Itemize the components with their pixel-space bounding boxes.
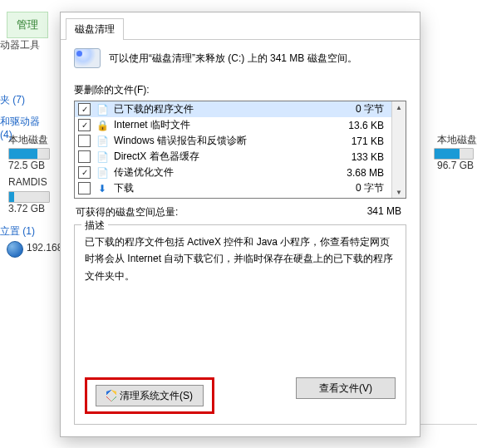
file-row-name: 传递优化文件 (114, 165, 321, 180)
file-list-row[interactable]: 📄已下载的程序文件0 字节 (75, 101, 392, 117)
drive-ramdisk[interactable]: RAMDIS (8, 176, 47, 188)
drive-local-c-size: 72.5 GB (8, 160, 45, 171)
drive-ramdisk-bar (8, 191, 50, 203)
highlight-clean-system-files: 清理系统文件(S) (85, 377, 214, 414)
file-row-size: 133 KB (326, 151, 389, 163)
ribbon-subtab-driver-tools[interactable]: 动器工具 (0, 38, 40, 52)
scroll-down-icon[interactable]: ▼ (393, 186, 405, 198)
tab-disk-cleanup[interactable]: 磁盘清理 (66, 18, 124, 40)
scroll-up-icon[interactable]: ▲ (393, 101, 405, 113)
file-row-icon: 📄 (96, 103, 109, 116)
description-group: 描述 已下载的程序文件包括 ActiveX 控件和 Java 小程序，你查看特定… (74, 224, 406, 425)
file-row-icon: 📄 (96, 150, 109, 164)
summary-row: 可以使用“磁盘清理”来释放 (C:) 上的 341 MB 磁盘空间。 (74, 48, 406, 68)
file-row-size: 3.68 MB (326, 167, 389, 179)
file-row-checkbox[interactable] (78, 182, 91, 194)
view-files-label: 查看文件(V) (319, 382, 372, 396)
disk-icon (74, 48, 101, 68)
file-row-name: Windows 错误报告和反馈诊断 (114, 134, 321, 148)
description-buttons: 清理系统文件(S) 查看文件(V) (85, 377, 396, 414)
file-row-checkbox[interactable] (78, 135, 91, 147)
file-list-row[interactable]: 📄Windows 错误报告和反馈诊断171 KB (75, 133, 392, 149)
file-list-row[interactable]: ⬇下载0 字节 (75, 180, 392, 196)
drive-right-local[interactable]: 本地磁盘 (437, 133, 477, 147)
uac-shield-icon (106, 390, 116, 401)
explorer-left-column: 管理 动器工具 夹 (7) 和驱动器 (4) 本地磁盘 72.5 GB RAMD… (0, 0, 50, 448)
description-legend: 描述 (81, 219, 108, 233)
summary-text: 可以使用“磁盘清理”来释放 (C:) 上的 341 MB 磁盘空间。 (109, 52, 357, 66)
description-text: 已下载的程序文件包括 ActiveX 控件和 Java 小程序，你查看特定网页时… (85, 234, 396, 367)
file-list[interactable]: 📄已下载的程序文件0 字节🔒Internet 临时文件13.6 KB📄Windo… (74, 101, 406, 199)
file-row-checkbox[interactable] (78, 150, 91, 163)
file-row-icon: 📄 (96, 166, 109, 180)
file-row-size: 13.6 KB (326, 120, 389, 131)
file-row-checkbox[interactable] (78, 119, 91, 131)
clean-system-files-label: 清理系统文件(S) (120, 389, 193, 403)
network-location-icon (7, 241, 23, 258)
file-row-checkbox[interactable] (78, 166, 91, 179)
dialog-tabstrip: 磁盘清理 (61, 12, 420, 40)
file-list-row[interactable]: 📄DirectX 着色器缓存133 KB (75, 149, 392, 165)
file-row-name: 下载 (114, 181, 321, 195)
file-row-size: 0 字节 (326, 102, 389, 116)
disk-cleanup-dialog: 磁盘清理 可以使用“磁盘清理”来释放 (C:) 上的 341 MB 磁盘空间。 … (60, 12, 420, 437)
view-files-button[interactable]: 查看文件(V) (296, 377, 396, 399)
drive-right-local-size: 96.7 GB (437, 160, 474, 171)
drive-local-c[interactable]: 本地磁盘 (8, 133, 48, 147)
file-row-name: Internet 临时文件 (114, 118, 321, 132)
file-row-checkbox[interactable] (78, 103, 91, 116)
file-row-name: DirectX 着色器缓存 (114, 150, 321, 164)
total-value: 341 MB (367, 205, 401, 219)
drive-ramdisk-size: 3.72 GB (8, 203, 45, 214)
total-row: 可获得的磁盘空间总量: 341 MB (74, 199, 406, 224)
files-to-delete-label: 要删除的文件(F): (74, 83, 406, 97)
drive-right-local-bar (434, 148, 474, 160)
file-row-size: 171 KB (326, 135, 389, 147)
locations-collapsed[interactable]: 立置 (1) (0, 224, 35, 239)
explorer-right-column: 本地磁盘 96.7 GB (427, 0, 477, 448)
file-row-icon: 📄 (96, 135, 109, 148)
drive-local-c-bar (8, 148, 50, 160)
ribbon-tab-manage[interactable]: 管理 (7, 12, 48, 38)
total-label: 可获得的磁盘空间总量: (76, 205, 178, 219)
clean-system-files-button[interactable]: 清理系统文件(S) (96, 385, 204, 406)
file-list-row[interactable]: 📄传递优化文件3.68 MB (75, 165, 392, 180)
dialog-body: 可以使用“磁盘清理”来释放 (C:) 上的 341 MB 磁盘空间。 要删除的文… (61, 40, 420, 436)
file-list-scrollbar[interactable]: ▲ ▼ (391, 101, 406, 198)
file-row-icon: 🔒 (96, 119, 109, 132)
quick-access-collapsed[interactable]: 夹 (7) (0, 93, 25, 107)
network-location-ip[interactable]: 192.168 (27, 242, 62, 254)
file-row-name: 已下载的程序文件 (114, 102, 321, 116)
file-row-size: 0 字节 (326, 181, 389, 195)
file-list-row[interactable]: 🔒Internet 临时文件13.6 KB (75, 117, 392, 133)
file-row-icon: ⬇ (96, 182, 109, 195)
